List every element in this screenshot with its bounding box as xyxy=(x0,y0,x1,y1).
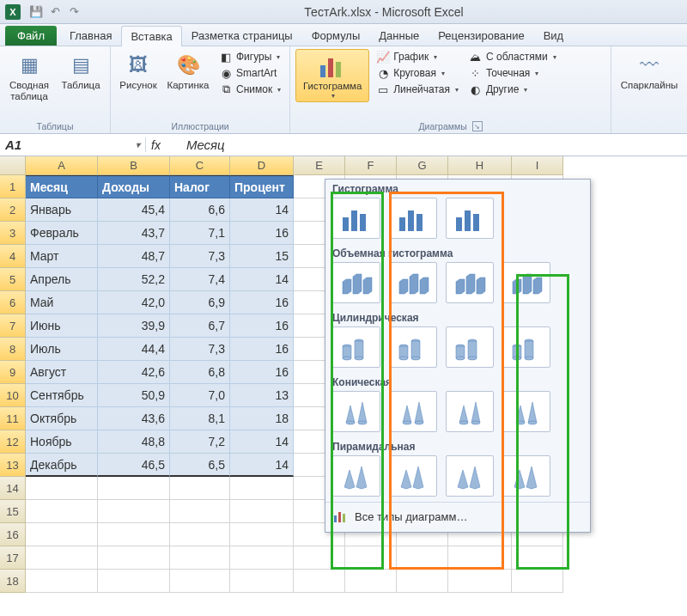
ribbon-tab-3[interactable]: Формулы xyxy=(302,25,370,46)
cell[interactable]: Август xyxy=(26,361,98,384)
chart-type-option[interactable] xyxy=(446,262,494,303)
chart-type-option[interactable] xyxy=(446,455,494,497)
cell[interactable]: 39,9 xyxy=(98,314,170,338)
chart-type-option[interactable] xyxy=(332,198,380,239)
cell[interactable]: 14 xyxy=(230,454,294,477)
cell[interactable] xyxy=(448,546,512,570)
screenshot-button[interactable]: ⧉Снимок▾ xyxy=(216,82,284,97)
cell[interactable]: 42,6 xyxy=(98,361,170,384)
pivot-table-button[interactable]: ▦ Сводная таблица xyxy=(5,49,53,103)
col-header-B[interactable]: B xyxy=(98,156,170,175)
chart-type-option[interactable] xyxy=(502,262,550,303)
cell[interactable] xyxy=(26,570,98,593)
chart-type-option[interactable] xyxy=(389,391,437,432)
cell[interactable]: Ноябрь xyxy=(26,430,98,454)
cell[interactable]: 8,1 xyxy=(170,407,230,430)
cell[interactable] xyxy=(230,500,294,523)
row-header[interactable]: 5 xyxy=(0,268,26,291)
pie-chart-button[interactable]: ◔Круговая▾ xyxy=(373,65,462,81)
cell[interactable]: Февраль xyxy=(26,222,98,245)
row-header[interactable]: 9 xyxy=(0,361,26,384)
cell[interactable]: 14 xyxy=(230,268,294,291)
col-header-I[interactable]: I xyxy=(512,156,563,175)
cell[interactable]: Май xyxy=(26,291,98,314)
cell[interactable]: 52,2 xyxy=(98,268,170,291)
cell[interactable] xyxy=(98,546,170,570)
row-header[interactable]: 2 xyxy=(0,198,26,222)
charts-dialog-launcher[interactable]: ↘ xyxy=(472,121,483,131)
cell[interactable] xyxy=(512,570,563,593)
cell[interactable]: Апрель xyxy=(26,268,98,291)
cell[interactable]: Март xyxy=(26,245,98,268)
cell[interactable]: 50,9 xyxy=(98,384,170,407)
row-header[interactable]: 11 xyxy=(0,407,26,430)
cell[interactable] xyxy=(26,500,98,523)
cell[interactable]: 16 xyxy=(230,361,294,384)
row-header[interactable]: 15 xyxy=(0,500,26,523)
cell[interactable] xyxy=(98,500,170,523)
col-header-A[interactable]: A xyxy=(26,156,98,175)
row-header[interactable]: 18 xyxy=(0,570,26,593)
chart-type-option[interactable] xyxy=(502,326,550,368)
cell[interactable]: Месяц xyxy=(26,175,98,198)
cell[interactable]: 48,8 xyxy=(98,430,170,454)
col-header-C[interactable]: C xyxy=(170,156,230,175)
cell[interactable] xyxy=(170,546,230,570)
formula-value[interactable]: Месяц xyxy=(186,137,225,152)
histogram-button[interactable]: Гистограмма ▾ xyxy=(295,49,369,102)
cell[interactable]: 16 xyxy=(230,314,294,338)
cell[interactable]: 16 xyxy=(230,222,294,245)
cell[interactable]: 14 xyxy=(230,430,294,454)
cell[interactable] xyxy=(397,570,448,593)
row-header[interactable]: 16 xyxy=(0,523,26,546)
ribbon-tab-5[interactable]: Рецензирование xyxy=(429,25,533,46)
cell[interactable]: Сентябрь xyxy=(26,384,98,407)
save-icon[interactable]: 💾 xyxy=(29,5,43,19)
cell[interactable]: Июль xyxy=(26,338,98,361)
cell[interactable]: 16 xyxy=(230,291,294,314)
smartart-button[interactable]: ◉SmartArt xyxy=(216,65,284,81)
scatter-chart-button[interactable]: ⁘Точечная▾ xyxy=(465,65,560,81)
col-header-H[interactable]: H xyxy=(448,156,512,175)
cell[interactable]: Доходы xyxy=(98,175,170,198)
cell[interactable]: 7,4 xyxy=(170,268,230,291)
cell[interactable]: 42,0 xyxy=(98,291,170,314)
col-header-G[interactable]: G xyxy=(397,156,448,175)
cell[interactable]: 16 xyxy=(230,338,294,361)
cell[interactable]: 6,9 xyxy=(170,291,230,314)
ribbon-tab-2[interactable]: Разметка страницы xyxy=(182,25,302,46)
cell[interactable]: Январь xyxy=(26,198,98,222)
row-header[interactable]: 6 xyxy=(0,291,26,314)
cell[interactable]: 14 xyxy=(230,198,294,222)
cell[interactable] xyxy=(230,546,294,570)
other-charts-button[interactable]: ◐Другие▾ xyxy=(465,82,560,97)
line-chart-button[interactable]: 📈График▾ xyxy=(373,49,462,64)
shapes-button[interactable]: ◧Фигуры▾ xyxy=(216,49,284,64)
name-box[interactable]: A1 ▾ xyxy=(0,137,146,152)
cell[interactable] xyxy=(345,546,397,570)
cell[interactable]: 46,5 xyxy=(98,454,170,477)
cell[interactable]: 44,4 xyxy=(98,338,170,361)
chart-type-option[interactable] xyxy=(332,455,380,497)
col-header-D[interactable]: D xyxy=(230,156,294,175)
cell[interactable] xyxy=(170,523,230,546)
table-button[interactable]: ▤ Таблица xyxy=(57,49,105,93)
cell[interactable] xyxy=(26,477,98,500)
picture-button[interactable]: 🖼 Рисунок xyxy=(116,49,161,93)
ribbon-tab-4[interactable]: Данные xyxy=(369,25,429,46)
cell[interactable]: 48,7 xyxy=(98,245,170,268)
cell[interactable]: 6,8 xyxy=(170,361,230,384)
cell[interactable] xyxy=(294,546,345,570)
row-header[interactable]: 14 xyxy=(0,477,26,500)
cell[interactable] xyxy=(98,570,170,593)
cell[interactable]: 6,7 xyxy=(170,314,230,338)
cell[interactable]: Декабрь xyxy=(26,454,98,477)
undo-icon[interactable]: ↶ xyxy=(48,5,62,19)
clipart-button[interactable]: 🎨 Картинка xyxy=(164,49,212,93)
chart-type-option[interactable] xyxy=(502,391,550,432)
row-header[interactable]: 1 xyxy=(0,175,26,198)
cell[interactable]: Процент xyxy=(230,175,294,198)
cell[interactable] xyxy=(26,523,98,546)
cell[interactable] xyxy=(294,570,345,593)
chart-type-option[interactable] xyxy=(332,391,380,432)
